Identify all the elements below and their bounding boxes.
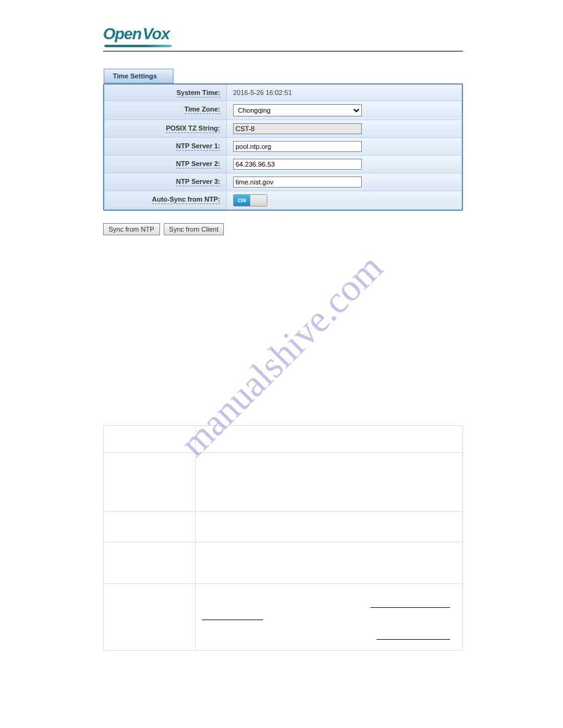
buttons-row: Sync from NTP Sync from Client: [103, 223, 463, 235]
toggle-off-side: [250, 195, 267, 206]
row-ntp2: NTP Server 2:: [104, 156, 462, 173]
label-time-zone: Time Zone:: [185, 105, 220, 114]
time-zone-select[interactable]: Chongqing: [233, 104, 362, 116]
sync-from-client-button[interactable]: Sync from Client: [164, 223, 224, 235]
tab-time-settings[interactable]: Time Settings: [104, 69, 174, 83]
header-divider: [103, 51, 463, 51]
label-system-time: System Time:: [177, 89, 220, 97]
ntp-server-2-field[interactable]: [233, 159, 362, 170]
posix-tz-field[interactable]: [233, 123, 362, 134]
logo: OpenVox: [103, 25, 463, 47]
label-ntp1: NTP Server 1:: [176, 142, 220, 151]
row-system-time: System Time: 2016-5-26 16:02:51: [104, 85, 462, 101]
autosync-toggle[interactable]: ON: [233, 194, 267, 207]
settings-panel: System Time: 2016-5-26 16:02:51 Time Zon…: [103, 83, 463, 211]
row-time-zone: Time Zone: Chongqing: [104, 101, 462, 120]
tab-label: Time Settings: [113, 72, 157, 80]
row-posix-tz: POSIX TZ String:: [104, 120, 462, 138]
label-autosync: Auto-Sync from NTP:: [152, 195, 220, 204]
label-posix-tz: POSIX TZ String:: [166, 124, 220, 133]
logo-part1: Open: [103, 25, 141, 44]
row-ntp3: NTP Server 3:: [104, 173, 462, 191]
value-system-time: 2016-5-26 16:02:51: [233, 89, 292, 96]
toggle-on-label: ON: [234, 195, 250, 206]
row-autosync: Auto-Sync from NTP: ON: [104, 191, 462, 210]
ntp-server-1-field[interactable]: [233, 141, 362, 152]
link-underline: [370, 607, 450, 608]
sync-from-ntp-button[interactable]: Sync from NTP: [103, 223, 160, 235]
link-underline: [202, 620, 263, 620]
logo-part2: Vox: [142, 25, 169, 44]
label-ntp2: NTP Server 2:: [176, 160, 220, 169]
ntp-server-3-field[interactable]: [233, 176, 362, 188]
description-table: [103, 425, 463, 651]
link-underline: [377, 639, 450, 640]
row-ntp1: NTP Server 1:: [104, 138, 462, 156]
label-ntp3: NTP Server 3:: [176, 178, 220, 186]
